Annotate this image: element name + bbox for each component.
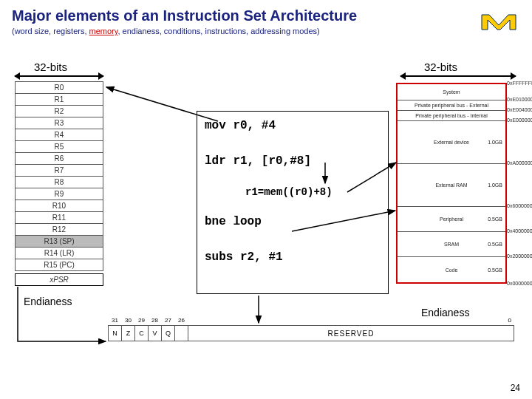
endianess-label-left: Endianess (24, 296, 72, 307)
mem-region-6: SRAM0.5GB0x40000000 (398, 232, 505, 257)
register-r9: R9 (15, 188, 103, 200)
register-r5: R5 (15, 141, 103, 153)
memory-map: System0xFFFFFFFFPrivate peripheral bus -… (396, 83, 507, 284)
subtitle-post: , endianess, conditions, instructions, a… (117, 27, 319, 35)
subtitle-mem: memory (89, 27, 118, 35)
register-width-label: 32-bits (34, 61, 67, 73)
register-xpsr: xPSR (15, 273, 103, 286)
slide-title: Major elements of an Instruction Set Arc… (12, 7, 357, 24)
memory-width-arrow (400, 75, 516, 77)
register-r2: R2 (15, 106, 103, 117)
code-listing: mov r0, #4 ldr r1, [r0,#8] bne loop subs… (197, 111, 389, 294)
psr-flag-n: N31 (108, 325, 121, 341)
subtitle-pre: (word size, registers, (12, 27, 89, 35)
register-r15pc: R15 (PC) (15, 259, 103, 271)
code-line-4: subs r2, #1 (205, 250, 381, 264)
mem-region-4: External RAM1.0GB0xA0000000 (398, 164, 505, 207)
code-line-1: mov r0, #4 (205, 119, 381, 132)
psr-register: N31Z30C29V28Q2726RESERVED0 (108, 325, 514, 341)
register-r13sp: R13 (SP) (15, 236, 103, 248)
psr-reserved: RESERVED0 (188, 325, 514, 341)
register-r3: R3 (15, 117, 103, 129)
mem-region-7: Code0.5GB0x200000000x00000000 (398, 257, 505, 282)
mem-region-3: External device1.0GB0xE0000000 (398, 121, 505, 164)
endianess-label-right: Endianess (421, 307, 469, 318)
register-r4: R4 (15, 129, 103, 141)
register-r1: R1 (15, 94, 103, 106)
register-r8: R8 (15, 177, 103, 188)
michigan-logo (480, 7, 517, 33)
psr-bit-26: 26 (174, 325, 188, 341)
register-r0: R0 (15, 81, 103, 94)
mem-region-2: Private peripheral bus - Internal0xE0040… (398, 111, 505, 121)
register-r10: R10 (15, 200, 103, 212)
psr-flag-v: V28 (148, 325, 161, 341)
code-line-2: ldr r1, [r0,#8] (205, 154, 381, 168)
mem-region-5: Peripheral0.5GB0x60000000 (398, 207, 505, 232)
register-r12: R12 (15, 224, 103, 236)
register-r6: R6 (15, 153, 103, 165)
page-number: 24 (511, 383, 520, 393)
mem-region-1: Private peripheral bus - External0xE0100… (398, 100, 505, 111)
slide-subtitle: (word size, registers, memory, endianess… (12, 27, 320, 35)
register-r14lr: R14 (LR) (15, 248, 103, 259)
code-line-3: bne loop (205, 215, 381, 228)
psr-flag-c: C29 (134, 325, 148, 341)
register-r7: R7 (15, 165, 103, 177)
memory-width-label: 32-bits (424, 61, 457, 73)
register-r11: R11 (15, 212, 103, 224)
annotation-r1: r1=mem((r0)+8) (245, 186, 332, 198)
psr-flag-q: Q27 (161, 325, 174, 341)
mem-region-0: System0xFFFFFFFF (398, 84, 505, 100)
register-width-arrow (15, 75, 103, 77)
psr-flag-z: Z30 (121, 325, 134, 341)
register-file: R0R1R2R3R4R5R6R7R8R9R10R11R12R13 (SP)R14… (15, 81, 103, 286)
